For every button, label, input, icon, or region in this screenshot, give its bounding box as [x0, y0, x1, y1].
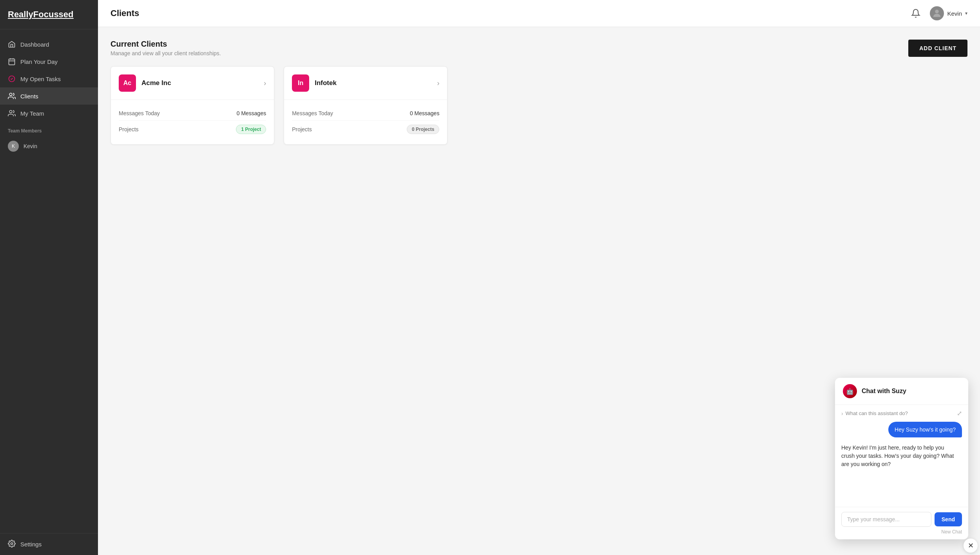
- messages-label-acme: Messages Today: [119, 110, 160, 116]
- suzy-avatar: 🤖: [843, 384, 857, 398]
- user-name: Kevin: [947, 10, 962, 17]
- calendar-icon: [8, 58, 16, 65]
- client-name-infotek: Infotek: [315, 79, 337, 87]
- projects-label-acme: Projects: [119, 126, 139, 132]
- stat-row-messages-acme: Messages Today 0 Messages: [119, 106, 266, 121]
- svg-point-3: [9, 111, 12, 113]
- clients-grid: Ac Acme Inc › Messages Today 0 Messages …: [110, 66, 967, 145]
- sidebar-item-my-team[interactable]: My Team: [0, 105, 98, 122]
- expand-icon[interactable]: ⤢: [957, 410, 962, 417]
- client-header-left-infotek: In Infotek: [292, 74, 337, 92]
- settings-label: Settings: [20, 541, 42, 548]
- logo-part1: Really: [8, 9, 33, 19]
- content-header: Current Clients Manage and view all your…: [110, 40, 967, 57]
- new-chat-link[interactable]: New Chat: [841, 529, 962, 535]
- section-title: Current Clients: [110, 40, 221, 49]
- notification-bell-icon[interactable]: [909, 7, 922, 20]
- add-client-button[interactable]: ADD CLIENT: [908, 40, 967, 57]
- team-section-label: Team Members: [0, 122, 98, 137]
- stat-row-projects-infotek: Projects 0 Projects: [292, 121, 439, 138]
- logo-part2: Focussed: [33, 9, 74, 19]
- user-menu[interactable]: Kevin ▾: [930, 6, 967, 20]
- client-card-acme[interactable]: Ac Acme Inc › Messages Today 0 Messages …: [110, 66, 274, 145]
- team-member-name-kevin: Kevin: [24, 143, 37, 149]
- svg-point-5: [935, 10, 939, 13]
- sidebar: ReallyFocussed Dashboard Plan Your Day M…: [0, 0, 98, 555]
- chat-avatar: 🤖: [843, 384, 857, 398]
- chat-title: Chat with Suzy: [862, 388, 906, 395]
- client-card-body-acme: Messages Today 0 Messages Projects 1 Pro…: [111, 100, 274, 144]
- projects-label-infotek: Projects: [292, 126, 312, 132]
- messages-label-infotek: Messages Today: [292, 110, 333, 116]
- projects-badge-infotek: 0 Projects: [407, 125, 439, 134]
- section-info: Current Clients Manage and view all your…: [110, 40, 221, 56]
- chat-input-row: Send: [841, 512, 962, 527]
- topbar-right: Kevin ▾: [909, 6, 967, 20]
- sidebar-label-clients: Clients: [20, 93, 38, 100]
- client-card-body-infotek: Messages Today 0 Messages Projects 0 Pro…: [284, 100, 447, 144]
- client-avatar-acme: Ac: [119, 74, 136, 92]
- section-subtitle: Manage and view all your client relation…: [110, 50, 221, 56]
- chat-input-area: Send New Chat: [835, 507, 968, 539]
- client-name-acme: Acme Inc: [141, 79, 171, 87]
- user-avatar: [930, 6, 944, 20]
- client-card-header-acme: Ac Acme Inc ›: [111, 67, 274, 100]
- gear-icon: [8, 540, 16, 549]
- chevron-down-icon: ▾: [965, 11, 967, 16]
- chat-bubble-assistant: Hey Kevin! I'm just here, ready to help …: [841, 442, 956, 470]
- sidebar-label-plan-your-day: Plan Your Day: [20, 58, 58, 65]
- check-circle-icon: [8, 75, 16, 83]
- avatar-kevin: K: [8, 141, 19, 152]
- chevron-right-icon-acme: ›: [264, 79, 266, 87]
- chat-close-button[interactable]: ✕: [964, 539, 978, 553]
- stat-row-messages-infotek: Messages Today 0 Messages: [292, 106, 439, 121]
- chat-send-button[interactable]: Send: [935, 512, 962, 526]
- sidebar-nav: Dashboard Plan Your Day My Open Tasks Cl…: [0, 29, 98, 533]
- client-card-infotek[interactable]: In Infotek › Messages Today 0 Messages P…: [284, 66, 447, 145]
- sidebar-item-my-open-tasks[interactable]: My Open Tasks: [0, 70, 98, 87]
- team-icon: [8, 109, 16, 117]
- page-title: Clients: [110, 8, 139, 18]
- chevron-right-small-icon: ›: [841, 410, 843, 417]
- users-icon: [8, 92, 16, 100]
- app-logo: ReallyFocussed: [0, 0, 98, 29]
- sidebar-label-my-open-tasks: My Open Tasks: [20, 76, 61, 82]
- chat-info-text: › What can this assistant do?: [841, 410, 908, 417]
- chat-bubble-user: Hey Suzy how's it going?: [888, 422, 962, 437]
- settings-item[interactable]: Settings: [8, 540, 90, 549]
- sidebar-label-dashboard: Dashboard: [20, 41, 49, 48]
- client-avatar-infotek: In: [292, 74, 309, 92]
- svg-point-4: [11, 543, 13, 545]
- chat-body: › What can this assistant do? ⤢ Hey Suzy…: [835, 405, 968, 507]
- sidebar-label-my-team: My Team: [20, 110, 44, 117]
- client-card-header-infotek: In Infotek ›: [284, 67, 447, 100]
- messages-value-acme: 0 Messages: [237, 110, 266, 116]
- sidebar-item-clients[interactable]: Clients: [0, 87, 98, 105]
- svg-rect-0: [9, 59, 15, 65]
- stat-row-projects-acme: Projects 1 Project: [119, 121, 266, 138]
- svg-point-2: [9, 93, 12, 96]
- messages-value-infotek: 0 Messages: [410, 110, 439, 116]
- home-icon: [8, 40, 16, 48]
- chat-info-row: › What can this assistant do? ⤢: [841, 410, 962, 417]
- projects-badge-acme: 1 Project: [236, 125, 266, 134]
- client-header-left-acme: Ac Acme Inc: [119, 74, 171, 92]
- sidebar-item-dashboard[interactable]: Dashboard: [0, 36, 98, 53]
- topbar: Clients Kevin ▾: [98, 0, 980, 27]
- chat-message-input[interactable]: [841, 512, 931, 527]
- sidebar-item-plan-your-day[interactable]: Plan Your Day: [0, 53, 98, 70]
- sidebar-bottom: Settings: [0, 533, 98, 555]
- team-member-kevin[interactable]: K Kevin: [0, 137, 98, 156]
- chat-header: 🤖 Chat with Suzy: [835, 378, 968, 405]
- chevron-right-icon-infotek: ›: [437, 79, 439, 87]
- chat-widget: 🤖 Chat with Suzy › What can this assista…: [835, 378, 968, 539]
